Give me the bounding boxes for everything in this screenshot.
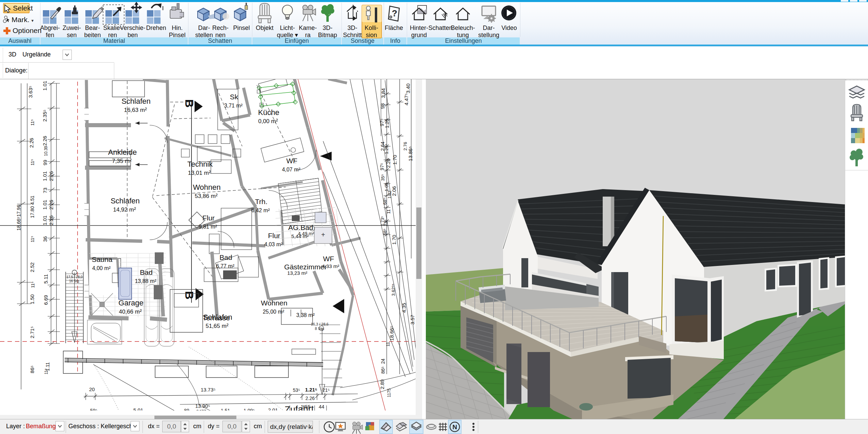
- svg-text:Bad: Bad: [140, 268, 152, 276]
- svg-text:1.70: 1.70: [391, 235, 397, 245]
- svg-text:17.80 4.51: 17.80 4.51: [30, 196, 35, 218]
- svg-text:13,23 m²: 13,23 m²: [287, 270, 307, 276]
- svg-text:44: 44: [319, 404, 324, 410]
- svg-text:4.35: 4.35: [401, 303, 407, 313]
- svg-text:1.21⁵: 1.21⁵: [305, 387, 317, 393]
- svg-text:2.26: 2.26: [305, 396, 315, 401]
- svg-text:6.69: 6.69: [43, 295, 49, 305]
- svg-text:1.01: 1.01: [42, 215, 48, 225]
- svg-text:1.01: 1.01: [42, 171, 48, 181]
- svg-text:5.01: 5.01: [133, 407, 143, 411]
- svg-text:99: 99: [42, 160, 48, 166]
- svg-text:3,38 m²: 3,38 m²: [296, 312, 315, 318]
- svg-text:Schlafen: Schlafen: [111, 197, 140, 205]
- svg-text:N: N: [452, 423, 457, 431]
- svg-text:53,86 m²: 53,86 m²: [195, 193, 217, 199]
- svg-text:1.51: 1.51: [221, 408, 230, 411]
- svg-text:14,92 m²: 14,92 m²: [113, 206, 136, 213]
- svg-text:4,03 m²: 4,03 m²: [264, 241, 283, 247]
- svg-text:4,33 m²: 4,33 m²: [322, 263, 339, 269]
- svg-text:11⁵: 11⁵: [30, 119, 35, 126]
- svg-text:97⁵: 97⁵: [379, 119, 385, 127]
- svg-text:16,63 m²: 16,63 m²: [124, 107, 147, 113]
- svg-text:11⁵: 11⁵: [30, 236, 35, 243]
- svg-text:1.01: 1.01: [42, 81, 48, 90]
- svg-text:73: 73: [42, 188, 48, 194]
- svg-text:1.50: 1.50: [29, 294, 35, 304]
- svg-text:Zufahrt: Zufahrt: [284, 404, 314, 411]
- svg-text:2.26: 2.26: [42, 136, 48, 146]
- svg-text:2.35⁵: 2.35⁵: [42, 110, 48, 121]
- svg-text:Flur: Flur: [202, 214, 215, 222]
- svg-text:35⁵: 35⁵: [380, 174, 385, 181]
- svg-text:Gästezimmer: Gästezimmer: [284, 263, 327, 271]
- svg-text:18.66⁵: 18.66⁵: [389, 326, 395, 341]
- svg-text:WF: WF: [286, 157, 298, 165]
- svg-text:98: 98: [380, 103, 385, 109]
- svg-text:2.26: 2.26: [48, 215, 54, 225]
- svg-text:6,77 m²: 6,77 m²: [216, 263, 235, 269]
- svg-text:2.26: 2.26: [48, 171, 54, 181]
- svg-text:2.71⁵: 2.71⁵: [29, 326, 35, 338]
- svg-text:Trh.: Trh.: [255, 198, 268, 205]
- svg-text:11⁵: 11⁵: [44, 368, 49, 374]
- svg-text:36: 36: [42, 236, 48, 242]
- svg-text:AG.Bad: AG.Bad: [288, 223, 313, 231]
- svg-text:18.66⁵17.96: 18.66⁵17.96: [16, 205, 21, 231]
- svg-text:20: 20: [89, 386, 95, 392]
- svg-text:68⁵: 68⁵: [382, 198, 387, 205]
- svg-text:13.86⁵: 13.86⁵: [407, 146, 413, 161]
- svg-text:2.76: 2.76: [403, 142, 408, 150]
- svg-text:53⁵: 53⁵: [293, 387, 300, 393]
- svg-text:86⁵: 86⁵: [380, 366, 386, 373]
- svg-text:86⁵: 86⁵: [29, 366, 35, 373]
- svg-text:Sauna: Sauna: [92, 255, 113, 263]
- svg-text:4,49 m²: 4,49 m²: [298, 231, 314, 236]
- svg-text:1.82: 1.82: [387, 190, 392, 199]
- svg-text:13.90⁵: 13.90⁵: [195, 403, 210, 409]
- svg-text:?: ?: [392, 8, 397, 18]
- svg-text:3.62⁹⁵: 3.62⁹⁵: [391, 284, 396, 296]
- svg-text:13,88 m²: 13,88 m²: [135, 278, 156, 284]
- svg-text:Technik: Technik: [187, 160, 213, 168]
- svg-text:17,5 / 28,0: 17,5 / 28,0: [66, 275, 83, 279]
- svg-text:16,3 / 28,6: 16,3 / 28,6: [311, 322, 329, 326]
- svg-text:4.47⁵: 4.47⁵: [403, 93, 409, 105]
- svg-text:2.01: 2.01: [268, 407, 278, 411]
- svg-text:40,66 m²: 40,66 m²: [119, 308, 141, 315]
- svg-text:B: B: [183, 291, 196, 300]
- svg-text:Wohnen: Wohnen: [261, 299, 287, 307]
- svg-text:59⁵: 59⁵: [90, 408, 97, 411]
- svg-text:1.01: 1.01: [42, 200, 48, 210]
- svg-text:Bad: Bad: [219, 253, 232, 261]
- svg-text:3,71 m²: 3,71 m²: [224, 103, 243, 108]
- svg-text:6,42 m²: 6,42 m²: [251, 207, 270, 213]
- svg-text:B: B: [183, 99, 196, 108]
- svg-text:68⁵: 68⁵: [382, 229, 387, 235]
- svg-text:97⁵: 97⁵: [379, 163, 385, 170]
- svg-text:11: 11: [386, 209, 391, 214]
- svg-text:1.29⁵: 1.29⁵: [384, 144, 389, 154]
- svg-text:10.39: 10.39: [44, 146, 48, 156]
- svg-text:2.26: 2.26: [29, 138, 34, 148]
- svg-text:Garage: Garage: [118, 299, 143, 307]
- svg-text:1.70: 1.70: [392, 155, 398, 165]
- svg-text:11⁵: 11⁵: [30, 282, 35, 288]
- svg-text:25,00 m²: 25,00 m²: [263, 309, 284, 315]
- svg-text:Sk: Sk: [230, 93, 238, 101]
- svg-text:2477: 2477: [196, 409, 206, 411]
- svg-text:51,65 m²: 51,65 m²: [205, 323, 228, 329]
- svg-text:2.26: 2.26: [386, 158, 391, 168]
- svg-text:3.40: 3.40: [405, 83, 411, 93]
- svg-text:1.73⁵: 1.73⁵: [380, 216, 385, 226]
- svg-text:1175: 1175: [387, 388, 391, 397]
- svg-text:16 Stg.: 16 Stg.: [69, 279, 80, 283]
- svg-text:3.57: 3.57: [410, 315, 415, 324]
- svg-text:7,35 m²: 7,35 m²: [112, 158, 132, 164]
- svg-text:5.11: 5.11: [43, 274, 49, 284]
- svg-text:89: 89: [184, 408, 189, 411]
- svg-text:Terrasse: Terrasse: [203, 314, 230, 322]
- svg-text:3.63⁵: 3.63⁵: [28, 86, 33, 98]
- svg-text:Ankleide: Ankleide: [108, 148, 137, 156]
- svg-text:13,01 m²: 13,01 m²: [188, 170, 211, 176]
